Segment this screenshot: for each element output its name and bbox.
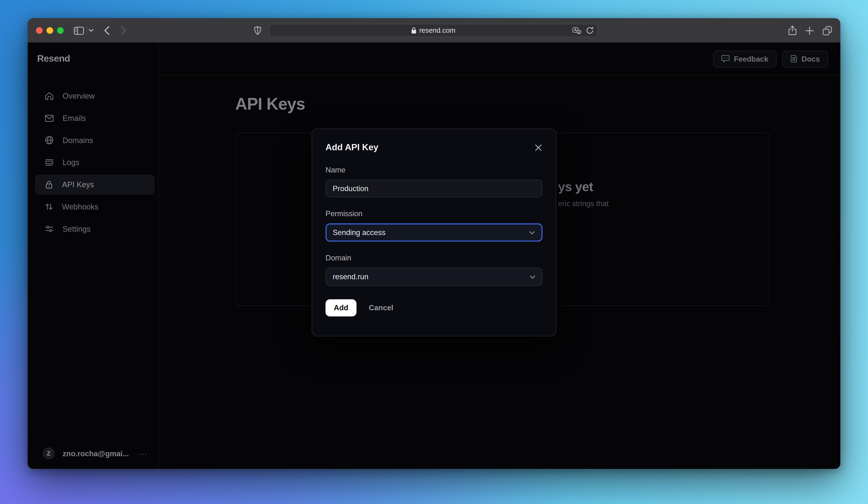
empty-state-body-fragment: eric strings that <box>558 200 609 208</box>
permission-label: Permission <box>326 210 542 218</box>
globe-icon <box>45 136 54 144</box>
sidebar-item-label: Webhooks <box>62 202 99 211</box>
sidebar-nav: Overview Emails <box>28 86 158 239</box>
name-input[interactable] <box>326 180 542 197</box>
address-bar-actions <box>572 24 593 37</box>
sidebar-item-domains[interactable]: Domains <box>35 130 154 150</box>
document-icon <box>790 55 797 63</box>
name-label: Name <box>326 166 542 174</box>
close-window-button[interactable] <box>36 27 43 34</box>
sliders-icon <box>45 225 54 233</box>
sidebar-toggle-icon[interactable] <box>73 18 85 43</box>
domain-select[interactable]: resend.run <box>326 268 542 286</box>
reload-icon[interactable] <box>586 27 593 34</box>
page-title: API Keys <box>235 95 840 114</box>
traffic-lights <box>36 27 64 34</box>
back-icon[interactable] <box>102 18 112 43</box>
webhooks-icon <box>45 202 53 211</box>
sidebar-item-settings[interactable]: Settings <box>35 219 154 239</box>
app-header: Feedback Docs <box>159 43 840 75</box>
lock-icon <box>45 180 53 189</box>
share-icon[interactable] <box>787 18 798 43</box>
lock-icon <box>412 27 416 34</box>
account-more-icon[interactable]: ··· <box>139 449 148 458</box>
modal-title: Add API Key <box>326 142 378 152</box>
address-bar[interactable]: resend.com <box>269 24 598 37</box>
sidebar-item-api-keys[interactable]: API Keys <box>35 175 154 195</box>
sidebar-item-emails[interactable]: Emails <box>35 108 154 128</box>
empty-state-heading-fragment: ys yet <box>558 180 593 195</box>
envelope-icon <box>45 114 54 122</box>
browser-window: resend.com <box>28 18 840 469</box>
add-button[interactable]: Add <box>326 299 357 316</box>
close-icon[interactable] <box>534 143 542 152</box>
cancel-button[interactable]: Cancel <box>369 304 393 312</box>
minimize-window-button[interactable] <box>46 27 53 34</box>
docs-label: Docs <box>802 55 820 63</box>
sidebar-item-label: API Keys <box>62 180 94 189</box>
resend-app: Resend Overview <box>28 43 840 469</box>
feedback-button[interactable]: Feedback <box>713 50 777 67</box>
account-email: zno.rocha@gmai... <box>62 449 129 458</box>
address-bar-url: resend.com <box>419 27 455 34</box>
logs-icon <box>45 159 54 166</box>
add-api-key-modal: Add API Key Name Permission Sending acce… <box>312 129 556 336</box>
domain-select-value: resend.run <box>333 273 369 281</box>
new-tab-icon[interactable] <box>804 18 814 43</box>
sidebar-item-label: Domains <box>62 136 93 144</box>
zoom-window-button[interactable] <box>57 27 64 34</box>
sidebar-item-label: Settings <box>62 224 91 233</box>
sidebar-item-logs[interactable]: Logs <box>35 152 154 172</box>
sidebar-item-label: Emails <box>62 114 86 122</box>
tab-chevron-icon[interactable] <box>86 18 95 43</box>
chevron-down-icon <box>530 275 535 279</box>
permission-select[interactable]: Sending access <box>326 223 542 242</box>
domain-label: Domain <box>326 254 542 262</box>
sidebar-item-label: Logs <box>62 158 79 167</box>
sidebar-item-label: Overview <box>62 91 95 100</box>
browser-titlebar: resend.com <box>28 18 840 43</box>
feedback-bubble-icon <box>721 55 730 63</box>
avatar: Z <box>43 447 55 459</box>
resend-logo: Resend <box>28 43 158 64</box>
sidebar-item-overview[interactable]: Overview <box>35 86 154 106</box>
account-row[interactable]: Z zno.rocha@gmai... ··· <box>43 447 148 459</box>
modal-header: Add API Key <box>326 142 542 152</box>
chevron-down-icon <box>529 231 535 234</box>
docs-button[interactable]: Docs <box>782 50 828 67</box>
sidebar: Resend Overview <box>28 43 159 469</box>
home-icon <box>45 92 54 100</box>
privacy-shield-icon[interactable] <box>252 18 262 43</box>
sidebar-item-webhooks[interactable]: Webhooks <box>35 197 154 217</box>
screen: resend.com <box>0 0 868 504</box>
tab-overview-icon[interactable] <box>822 18 833 43</box>
feedback-label: Feedback <box>734 55 768 63</box>
forward-icon[interactable] <box>118 18 128 43</box>
permission-select-value: Sending access <box>333 228 385 237</box>
translate-icon[interactable] <box>572 27 581 34</box>
modal-actions: Add Cancel <box>326 299 542 316</box>
